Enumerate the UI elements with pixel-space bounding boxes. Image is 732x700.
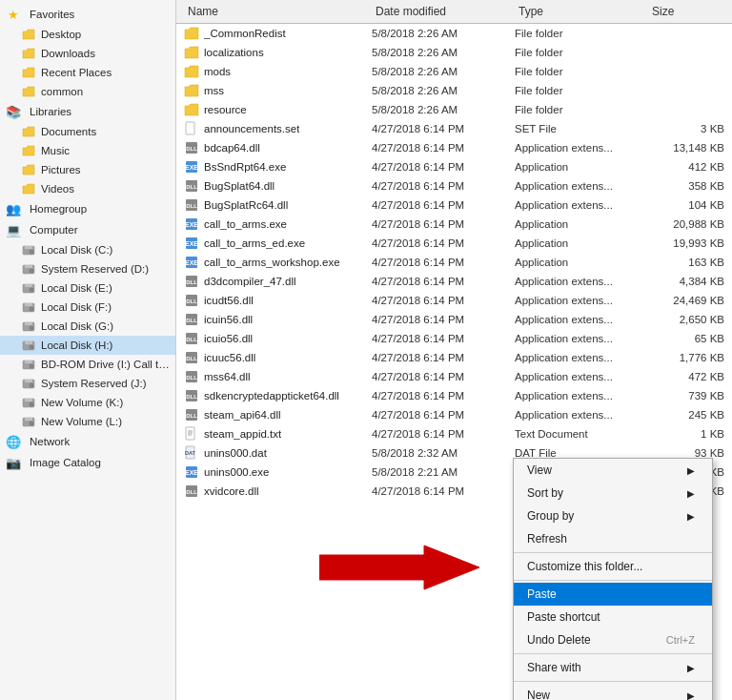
- file-row[interactable]: DLLicuio56.dll4/27/2018 6:14 PMApplicati…: [176, 329, 732, 348]
- sidebar-item-desktop[interactable]: Desktop: [0, 25, 175, 44]
- file-row[interactable]: announcements.set4/27/2018 6:14 PMSET Fi…: [176, 119, 732, 138]
- file-row[interactable]: EXEcall_to_arms_ed.exe4/27/2018 6:14 PMA…: [176, 234, 732, 253]
- sidebar-item-common[interactable]: common: [0, 82, 175, 101]
- svg-rect-19: [25, 360, 32, 363]
- header-type[interactable]: Type: [515, 3, 648, 20]
- sidebar-item-pictures[interactable]: Pictures: [0, 160, 175, 179]
- sidebar-section-homegroup[interactable]: 👥Homegroup: [0, 198, 175, 219]
- context-menu-item-paste[interactable]: Paste: [514, 583, 712, 606]
- file-date: 5/8/2018 2:26 AM: [372, 47, 515, 58]
- sidebar-item-downloads[interactable]: Downloads: [0, 44, 175, 63]
- file-name: BugSplat64.dll: [204, 180, 274, 192]
- file-row[interactable]: DLLBugSplat64.dll4/27/2018 6:14 PMApplic…: [176, 176, 732, 196]
- file-icon-exe: EXE: [184, 255, 199, 270]
- file-row[interactable]: localizations5/8/2018 2:26 AMFile folder: [176, 43, 732, 62]
- file-name-cell: mss: [184, 83, 372, 98]
- file-date: 5/8/2018 2:26 AM: [372, 85, 515, 96]
- file-row[interactable]: DLLicudt56.dll4/27/2018 6:14 PMApplicati…: [176, 291, 732, 310]
- sidebar-item-new-volume--k--[interactable]: New Volume (K:): [0, 393, 175, 412]
- svg-rect-28: [25, 418, 32, 421]
- file-date: 4/27/2018 6:14 PM: [372, 257, 515, 268]
- folder-icon: [21, 143, 36, 158]
- file-date: 4/27/2018 6:14 PM: [372, 371, 515, 382]
- context-menu-separator: [514, 681, 712, 682]
- file-row[interactable]: resource5/8/2018 2:26 AMFile folder: [176, 100, 732, 119]
- file-row[interactable]: DLLbdcap64.dll4/27/2018 6:14 PMApplicati…: [176, 138, 732, 157]
- sidebar-item-local-disk--g--[interactable]: Local Disk (G:): [0, 317, 175, 336]
- file-name-cell: DATunins000.dat: [184, 445, 372, 461]
- sidebar-item-bd-rom-drive--i---call-to-arms[interactable]: BD-ROM Drive (I:) Call to Arms: [0, 355, 175, 374]
- sidebar-item-music[interactable]: Music: [0, 141, 175, 160]
- sidebar-item-local-disk--f--[interactable]: Local Disk (F:): [0, 298, 175, 317]
- file-icon-file: [184, 121, 199, 136]
- svg-text:DLL: DLL: [186, 375, 197, 381]
- file-row[interactable]: DLLd3dcompiler_47.dll4/27/2018 6:14 PMAp…: [176, 272, 732, 291]
- file-row[interactable]: EXEcall_to_arms_workshop.exe4/27/2018 6:…: [176, 253, 732, 272]
- svg-text:DLL: DLL: [186, 356, 197, 361]
- file-type: File folder: [515, 104, 648, 115]
- sidebar-section-image-catalog[interactable]: 📷Image Catalog: [0, 452, 175, 473]
- file-row[interactable]: DLLicuin56.dll4/27/2018 6:14 PMApplicati…: [176, 310, 732, 329]
- sidebar-item-recent-places[interactable]: Recent Places: [0, 63, 175, 82]
- context-menu-item-share-with[interactable]: Share with▶: [514, 656, 712, 679]
- context-menu-item-group-by[interactable]: Group by▶: [514, 504, 712, 527]
- sidebar-item-system-reserved--d--[interactable]: System Reserved (D:): [0, 259, 175, 278]
- file-date: 4/27/2018 6:14 PM: [372, 142, 515, 154]
- sidebar-item-videos[interactable]: Videos: [0, 179, 175, 198]
- context-menu-item-refresh[interactable]: Refresh: [514, 527, 712, 550]
- sidebar-item-system-reserved--j--[interactable]: System Reserved (J:): [0, 374, 175, 393]
- file-type: Application: [515, 237, 648, 249]
- file-row[interactable]: DLLmss64.dll4/27/2018 6:14 PMApplication…: [176, 367, 732, 386]
- file-size: 245 KB: [648, 409, 724, 421]
- context-menu-item-new[interactable]: New▶: [514, 684, 712, 700]
- file-name: xvidcore.dll: [204, 485, 259, 497]
- sidebar-item-new-volume--l--[interactable]: New Volume (L:): [0, 412, 175, 431]
- file-row[interactable]: mss5/8/2018 2:26 AMFile folder: [176, 81, 732, 100]
- sidebar-section-libraries[interactable]: 📚Libraries: [0, 101, 175, 122]
- sidebar-item-local-disk--h--[interactable]: Local Disk (H:): [0, 336, 175, 355]
- context-menu-item-customize-this-folder---[interactable]: Customize this folder...: [514, 555, 712, 578]
- file-name: mods: [204, 66, 231, 77]
- file-type: File folder: [515, 85, 648, 96]
- file-name-cell: announcements.set: [184, 121, 372, 136]
- svg-point-17: [30, 345, 33, 349]
- sidebar-item-label: common: [41, 86, 83, 97]
- file-size: 65 KB: [648, 333, 724, 344]
- context-menu-item-label: Undo Delete: [527, 633, 591, 647]
- context-menu-item-view[interactable]: View▶: [514, 459, 712, 482]
- header-name[interactable]: Name: [184, 3, 372, 20]
- sidebar-section-network[interactable]: 🌐Network: [0, 431, 175, 452]
- file-row[interactable]: DLLBugSplatRc64.dll4/27/2018 6:14 PMAppl…: [176, 196, 732, 215]
- header-size[interactable]: Size: [648, 3, 724, 20]
- context-menu-item-sort-by[interactable]: Sort by▶: [514, 482, 712, 504]
- file-date: 4/27/2018 6:14 PM: [372, 218, 515, 230]
- sidebar-item-label: System Reserved (D:): [41, 263, 149, 275]
- file-row[interactable]: EXEBsSndRpt64.exe4/27/2018 6:14 PMApplic…: [176, 157, 732, 176]
- file-date: 4/27/2018 6:14 PM: [372, 352, 515, 363]
- header-date[interactable]: Date modified: [372, 3, 515, 20]
- file-name: BsSndRpt64.exe: [204, 161, 286, 173]
- context-menu-item-undo-delete[interactable]: Undo DeleteCtrl+Z: [514, 628, 712, 651]
- file-row[interactable]: DLLsdkencryptedappticket64.dll4/27/2018 …: [176, 386, 732, 405]
- sidebar-section-favorites[interactable]: ★Favorites: [0, 4, 175, 25]
- sidebar-item-local-disk--e--[interactable]: Local Disk (E:): [0, 278, 175, 298]
- file-date: 5/8/2018 2:32 AM: [372, 447, 515, 459]
- file-row[interactable]: _CommonRedist5/8/2018 2:26 AMFile folder: [176, 24, 732, 43]
- svg-text:DLL: DLL: [186, 394, 197, 400]
- sidebar-item-local-disk--c--[interactable]: Local Disk (C:): [0, 240, 175, 259]
- context-menu-item-paste-shortcut[interactable]: Paste shortcut: [514, 606, 712, 628]
- svg-point-23: [30, 383, 33, 387]
- file-row[interactable]: DLLsteam_api64.dll4/27/2018 6:14 PMAppli…: [176, 405, 732, 424]
- submenu-arrow-icon: ▶: [687, 511, 695, 522]
- sidebar-section-computer[interactable]: 💻Computer: [0, 219, 175, 240]
- svg-text:DLL: DLL: [186, 203, 197, 209]
- file-row[interactable]: mods5/8/2018 2:26 AMFile folder: [176, 62, 732, 81]
- file-name: bdcap64.dll: [204, 142, 260, 154]
- file-row[interactable]: DLLicuuc56.dll4/27/2018 6:14 PMApplicati…: [176, 348, 732, 367]
- file-row[interactable]: steam_appid.txt4/27/2018 6:14 PMText Doc…: [176, 424, 732, 443]
- sidebar-item-documents[interactable]: Documents: [0, 122, 175, 141]
- file-icon-folder: [184, 45, 199, 60]
- file-row[interactable]: EXEcall_to_arms.exe4/27/2018 6:14 PMAppl…: [176, 215, 732, 234]
- svg-point-11: [30, 307, 33, 311]
- folder-icon: [21, 242, 36, 257]
